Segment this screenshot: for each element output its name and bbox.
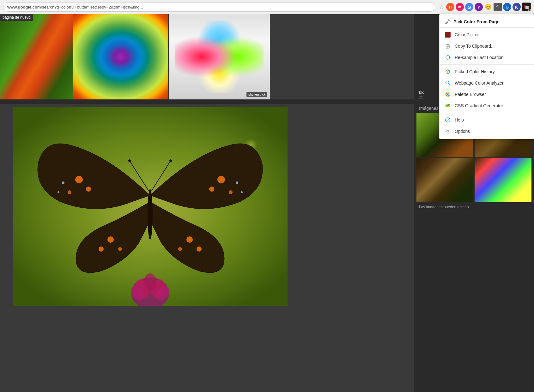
extension-context-menu: Pick Color From Page Color Picker Copy T… — [439, 14, 534, 139]
svg-point-29 — [144, 273, 156, 291]
related-thumb-4[interactable] — [475, 158, 531, 202]
svg-point-6 — [86, 187, 91, 192]
k-extension-icon[interactable]: K — [513, 3, 521, 11]
address-bar[interactable]: www.google.com/search?q=colorful+butterf… — [3, 2, 435, 12]
svg-point-25 — [169, 159, 172, 162]
svg-point-14 — [241, 191, 243, 193]
butterfly-image-2 — [73, 14, 168, 99]
menu-item-options[interactable]: Options — [440, 126, 534, 137]
svg-point-23 — [128, 159, 131, 162]
svg-point-10 — [217, 176, 225, 183]
resample-label: Re-sample Last Location — [455, 55, 504, 60]
main-butterfly-image — [13, 107, 288, 306]
magnify-icon — [445, 80, 451, 86]
svg-point-12 — [229, 190, 233, 194]
copy-clipboard-label: Copy To Clipboard... — [455, 44, 495, 49]
toolbar-extensions: H m G Y 😊 🔌 G K — [446, 3, 531, 11]
palette-browser-label: Palette Browser — [455, 92, 486, 97]
browser-viewport: shutterst_ck — [0, 14, 414, 392]
svg-point-46 — [447, 73, 448, 74]
puzzle-extension-icon[interactable]: 🔌 — [494, 3, 502, 11]
menu-header-label: Pick Color From Page — [453, 19, 499, 24]
menu-item-color-picker[interactable]: Color Picker — [440, 29, 534, 40]
main-butterfly-container — [0, 104, 414, 306]
address-bar-row: página de nuevo www.google.com/search?q=… — [0, 0, 534, 14]
google2-extension-icon[interactable]: G — [503, 3, 511, 11]
svg-point-7 — [68, 190, 71, 194]
menu-item-copy-clipboard[interactable]: Copy To Clipboard... — [440, 40, 534, 52]
svg-point-43 — [447, 71, 448, 72]
tooltip: página de nuevo — [0, 14, 33, 21]
menu-item-resample[interactable]: Re-sample Last Location — [440, 52, 534, 63]
svg-point-15 — [107, 236, 114, 243]
svg-point-17 — [118, 247, 122, 251]
help-label: Help — [455, 117, 464, 122]
menu-item-picked-history[interactable]: Picked Color History — [440, 66, 534, 77]
menu-header[interactable]: Pick Color From Page — [440, 16, 534, 28]
svg-point-9 — [58, 191, 59, 193]
menu-item-webpage-analyzer[interactable]: Webpage Color Analyzer — [440, 77, 534, 89]
svg-marker-41 — [450, 56, 451, 58]
address-text: www.google.com/search?q=colorful+butterf… — [7, 5, 143, 9]
copyright-note: Las imagenes pueden estar s... — [414, 202, 534, 212]
svg-point-44 — [446, 70, 447, 71]
svg-point-54 — [447, 94, 449, 95]
css-gradient-label: CSS Gradient Generator — [455, 103, 503, 108]
hippo-extension-icon[interactable]: H — [446, 3, 454, 11]
svg-point-58 — [447, 130, 449, 132]
menu-item-css-gradient[interactable]: CSS Gradient Generator — [440, 100, 534, 111]
butterfly-visual — [13, 107, 288, 306]
svg-point-45 — [448, 70, 449, 71]
browser-chrome: página de nuevo www.google.com/search?q=… — [0, 0, 534, 14]
svg-text:?: ? — [447, 118, 449, 122]
butterfly-strip: shutterst_ck — [0, 14, 414, 99]
svg-point-13 — [236, 181, 238, 184]
google-extension-icon[interactable]: G — [465, 3, 473, 11]
related-thumb-3[interactable] — [416, 158, 473, 202]
menu-item-palette-browser[interactable]: Palette Browser — [440, 89, 534, 100]
color-picker-label: Color Picker — [455, 32, 479, 37]
svg-point-11 — [209, 187, 214, 192]
dark-divider — [0, 99, 414, 104]
menu-divider-2 — [440, 113, 534, 113]
mix-extension-icon[interactable]: m — [456, 3, 464, 11]
history-icon — [445, 68, 451, 75]
svg-point-21 — [148, 189, 153, 240]
help-icon: ? — [445, 117, 451, 123]
options-icon — [445, 128, 451, 134]
gradient-icon — [445, 103, 451, 109]
shutterstock-badge: shutterst_ck — [246, 92, 267, 97]
butterfly-image-3: shutterst_ck — [169, 14, 270, 99]
svg-line-48 — [449, 84, 450, 86]
clipboard-icon — [445, 43, 451, 49]
menu-divider-1 — [440, 64, 534, 65]
svg-rect-1 — [525, 6, 529, 9]
butterfly-image-1 — [0, 14, 73, 99]
emoji-extension-icon[interactable]: 😊 — [484, 3, 492, 11]
menu-item-help[interactable]: ? Help — [440, 114, 534, 126]
color-square-icon — [445, 32, 451, 38]
related-images-section: Imágenes relacionadas: Las imagenes pued… — [414, 103, 534, 392]
svg-point-8 — [62, 181, 64, 184]
palette-icon — [445, 91, 451, 98]
svg-point-5 — [75, 176, 83, 183]
picked-history-label: Picked Color History — [455, 69, 495, 74]
yahoo-extension-icon[interactable]: Y — [475, 3, 483, 11]
svg-rect-36 — [447, 44, 449, 45]
svg-point-19 — [197, 246, 202, 252]
svg-point-18 — [186, 236, 193, 243]
webpage-analyzer-label: Webpage Color Analyzer — [455, 80, 504, 86]
eyedropper-icon — [444, 19, 450, 25]
resample-icon — [445, 54, 451, 61]
colorpicker-extension-icon[interactable] — [522, 3, 531, 11]
options-label: Options — [455, 129, 470, 134]
bookmark-star-icon[interactable]: ☆ — [439, 4, 444, 10]
svg-point-20 — [178, 247, 182, 251]
svg-point-59 — [446, 129, 450, 134]
svg-point-16 — [99, 246, 104, 252]
